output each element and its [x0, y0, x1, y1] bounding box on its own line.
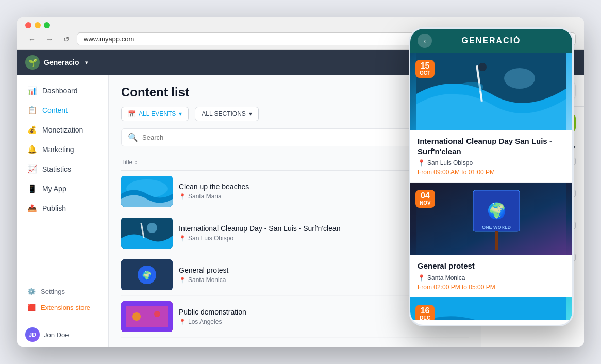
search-icon: 🔍	[128, 133, 138, 142]
events-filter-button[interactable]: 📅 ALL EVENTS ▾	[121, 107, 189, 121]
phone-back-button[interactable]: ‹	[418, 34, 432, 48]
publish-icon: 📤	[27, 204, 37, 213]
refresh-button[interactable]: ↺	[60, 34, 73, 44]
search-input[interactable]	[142, 134, 245, 141]
sidebar-item-marketing[interactable]: 🔔 Marketing	[17, 140, 108, 159]
phone-event-title-2: General protest	[418, 261, 565, 271]
svg-text:🌍: 🌍	[142, 271, 152, 280]
close-dot[interactable]	[25, 22, 31, 28]
extensions-label: Extensions store	[41, 304, 90, 311]
location-icon-1: 📍	[179, 193, 186, 200]
location-icon-2: 📍	[179, 235, 186, 242]
user-profile[interactable]: JD Jon Doe	[17, 322, 108, 347]
logo-icon: 🌱	[25, 55, 40, 70]
logo-emoji: 🌱	[28, 58, 37, 67]
sidebar-item-label-myapp: My App	[42, 185, 66, 193]
location-icon-4: 📍	[179, 319, 186, 325]
phone-event-date-3: 16 DEC	[415, 305, 435, 320]
svg-rect-23	[416, 297, 566, 320]
phone-event-location-1: 📍 San Luis Obispo	[418, 159, 565, 167]
phone-location-icon-1: 📍	[418, 159, 425, 167]
user-name: Jon Doe	[44, 331, 69, 339]
minimize-dot[interactable]	[35, 22, 41, 28]
phone-header: ‹ GENERACIÓ	[410, 29, 572, 53]
phone-logo: GENERACIÓ	[462, 36, 521, 45]
phone-event-time-1: From 09:00 AM to 01:00 PM	[418, 169, 565, 176]
events-filter-label: ALL EVENTS	[139, 110, 176, 118]
phone-location-icon-2: 📍	[418, 274, 425, 282]
app-logo[interactable]: 🌱 Generacio ▾	[25, 55, 88, 70]
event-day-2: 04	[420, 192, 431, 200]
surf-image	[121, 218, 173, 249]
phone-event-info-2: General protest 📍 Santa Monica From 02:0…	[410, 255, 572, 297]
phone-event-title-1: International Cleanup Day San Luis - Sur…	[418, 136, 565, 156]
forward-button[interactable]: →	[43, 34, 56, 44]
sidebar-item-publish[interactable]: 📤 Publish	[17, 198, 108, 218]
event-day-3: 16	[420, 307, 430, 315]
back-button[interactable]: ←	[25, 34, 39, 44]
row-image-2	[121, 218, 173, 249]
maximize-dot[interactable]	[44, 22, 50, 28]
row-image-4	[121, 301, 173, 332]
globe-image: 🌍	[121, 259, 173, 290]
sidebar-item-myapp[interactable]: 📱 My App	[17, 179, 108, 198]
sidebar-item-label-dashboard: Dashboard	[42, 87, 78, 95]
phone-event-1[interactable]: 15 OCT International Cleanup Da	[410, 53, 572, 182]
sidebar-item-dashboard[interactable]: 📊 Dashboard	[17, 81, 108, 101]
statistics-icon: 📈	[27, 164, 37, 174]
location-icon-3: 📍	[179, 277, 186, 284]
phone-overlay: ‹ GENERACIÓ 15 OCT	[409, 27, 574, 326]
sidebar-item-content[interactable]: 📋 Content	[17, 101, 108, 120]
sidebar-item-label-statistics: Statistics	[42, 165, 71, 173]
sidebar-item-extensions[interactable]: 🟥 Extensions store	[17, 300, 108, 316]
phone-event-img-beach-3	[410, 297, 572, 320]
myapp-icon: 📱	[27, 184, 37, 193]
settings-label: Settings	[41, 288, 65, 295]
row-image-3: 🌍	[121, 259, 173, 290]
phone-event-img-surf-1	[410, 53, 572, 130]
phone-event-2[interactable]: 04 NOV	[410, 183, 572, 297]
event-month-2: NOV	[420, 200, 431, 206]
calendar-icon: 📅	[128, 110, 136, 118]
phone-event-time-2: From 02:00 PM to 05:00 PM	[418, 284, 565, 291]
content-icon: 📋	[27, 106, 37, 115]
svg-point-11	[154, 311, 160, 317]
chevron-events-icon: ▾	[179, 110, 182, 118]
sidebar-item-label-content: Content	[42, 106, 68, 114]
phone-event-location-2: 📍 Santa Monica	[418, 274, 565, 282]
sidebar-item-monetization[interactable]: 💰 Monetization	[17, 120, 108, 140]
sidebar-item-label-marketing: Marketing	[42, 145, 74, 154]
browser-window: ← → ↺ www.myapp.com 🌱 Generacio ▾ 📊 Dash…	[17, 17, 584, 347]
sidebar-item-label-monetization: Monetization	[42, 126, 83, 134]
svg-point-3	[147, 223, 157, 233]
sidebar-item-label-publish: Publish	[42, 204, 66, 212]
extensions-icon: 🟥	[27, 304, 36, 311]
sections-filter-label: ALL SECTIONS	[202, 110, 246, 118]
svg-point-10	[132, 312, 141, 321]
phone-event-date-1: 15 OCT	[415, 60, 435, 78]
sections-filter-button[interactable]: ALL SECTIONS ▾	[195, 107, 259, 121]
row-image-1	[121, 176, 173, 207]
chevron-down-icon: ▾	[85, 60, 88, 65]
sidebar-nav: 📊 Dashboard 📋 Content 💰 Monetization 🔔 M…	[17, 75, 108, 277]
avatar: JD	[25, 327, 40, 342]
demo-image	[121, 301, 173, 332]
svg-text:🌍: 🌍	[487, 202, 507, 220]
phone-event-info-1: International Cleanup Day San Luis - Sur…	[410, 130, 572, 182]
sidebar: 📊 Dashboard 📋 Content 💰 Monetization 🔔 M…	[17, 75, 109, 347]
settings-icon: ⚙️	[27, 288, 36, 295]
sidebar-item-statistics[interactable]: 📈 Statistics	[17, 159, 108, 179]
marketing-icon: 🔔	[27, 145, 37, 154]
sidebar-item-settings[interactable]: ⚙️ Settings	[17, 284, 108, 300]
event-month-3: DEC	[420, 315, 430, 320]
svg-text:ONE WORLD: ONE WORLD	[482, 225, 511, 230]
event-month-1: OCT	[420, 70, 430, 76]
event-day-1: 15	[420, 62, 430, 70]
monetization-icon: 💰	[27, 125, 37, 135]
phone-event-3[interactable]: 16 DEC	[410, 297, 572, 320]
app-name: Generacio	[44, 58, 79, 67]
phone-event-date-2: 04 NOV	[415, 190, 435, 208]
phone-content: 15 OCT International Cleanup Da	[410, 53, 572, 320]
svg-point-13	[504, 68, 535, 89]
sidebar-bottom: ⚙️ Settings 🟥 Extensions store	[17, 277, 108, 322]
